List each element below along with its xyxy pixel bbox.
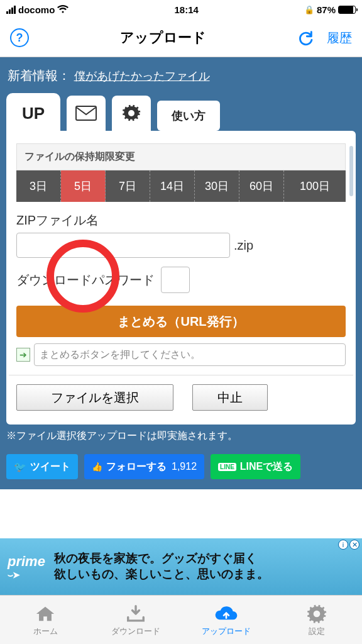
carrier-label: docomo (18, 4, 55, 15)
download-icon (125, 603, 146, 625)
tab-up[interactable]: UP (6, 93, 60, 133)
gear-icon (122, 104, 141, 123)
cancel-button[interactable]: 中止 (192, 384, 268, 411)
line-icon: LINE (218, 463, 236, 471)
tab-settings-label: 設定 (309, 626, 325, 637)
line-label: LINEで送る (240, 460, 293, 474)
retention-label: ファイルの保持期限変更 (16, 143, 346, 170)
tab-download-label: ダウンロード (111, 626, 160, 637)
tab-guide[interactable]: 使い方 (157, 101, 220, 131)
bottom-tab-bar: ホーム ダウンロード アップロード 設定 (0, 595, 362, 644)
refresh-button[interactable] (297, 29, 314, 47)
password-label: ダウンロードパスワード (16, 272, 155, 289)
generated-url-input[interactable] (34, 343, 346, 366)
retention-option-5d[interactable]: 5日 (61, 170, 106, 202)
thumbs-up-icon: 👍 (92, 462, 102, 472)
arrow-right-icon: ➔ (16, 348, 30, 362)
ad-banner[interactable]: i ✕ prime ⌣➤ 秋の夜長を家族で。グッズがすぐ届く 欲しいもの、楽しい… (0, 538, 362, 595)
news-label: 新着情報： (8, 69, 70, 82)
retention-option-14d[interactable]: 14日 (150, 170, 195, 202)
retention-option-3d[interactable]: 3日 (16, 170, 61, 202)
mail-icon (75, 106, 97, 121)
news-link[interactable]: 僕があげたかったファイル (74, 70, 210, 82)
retention-option-100d[interactable]: 100日 (284, 170, 346, 202)
tab-settings[interactable] (112, 96, 151, 131)
tab-download[interactable]: ダウンロード (90, 596, 181, 644)
tab-upload-label: アップロード (202, 626, 251, 637)
upload-panel: 新着情報： 僕があげたかったファイル UP 使い方 ファイルの保持期限変更 3日… (0, 57, 362, 489)
signal-icon (6, 6, 16, 14)
page-title: アップロード (120, 28, 206, 47)
follow-label: フォローする (106, 460, 167, 474)
line-share-button[interactable]: LINE LINEで送る (211, 454, 300, 479)
help-button[interactable]: ? (10, 28, 29, 47)
cloud-upload-icon (214, 603, 239, 625)
separator (9, 375, 353, 375)
retention-option-30d[interactable]: 30日 (195, 170, 239, 202)
svg-rect-0 (76, 106, 96, 120)
tab-home[interactable]: ホーム (0, 596, 90, 644)
ad-logo: prime ⌣➤ (8, 553, 45, 580)
facebook-follow-button[interactable]: 👍 フォローする 1,912 (84, 454, 204, 479)
nav-bar: ? アップロード 履歴 (0, 19, 362, 57)
wifi-icon (57, 5, 69, 14)
zip-name-label: ZIPファイル名 (16, 212, 346, 229)
retention-option-60d[interactable]: 60日 (239, 170, 284, 202)
battery-percent: 87% (317, 4, 336, 15)
twitter-icon: 🐦 (14, 461, 26, 473)
ad-controls: i ✕ (338, 540, 359, 550)
zip-name-input[interactable] (16, 233, 230, 258)
follow-count: 1,912 (172, 461, 197, 472)
zip-extension-label: .zip (234, 238, 253, 253)
scrollbar[interactable] (349, 146, 353, 196)
tab-settings-bottom[interactable]: 設定 (272, 596, 362, 644)
home-icon (35, 603, 56, 625)
orientation-lock-icon: 🔒 (304, 5, 314, 14)
tab-upload[interactable]: アップロード (181, 596, 272, 644)
upload-note: ※ファイル選択後アップロードは即実施されます。 (6, 430, 356, 443)
tab-mail[interactable] (67, 96, 106, 131)
status-bar: docomo 18:14 🔒 87% (0, 0, 362, 19)
upload-form: ファイルの保持期限変更 3日 5日 7日 14日 30日 60日 100日 ZI… (6, 131, 356, 425)
generate-url-button[interactable]: まとめる（URL発行） (16, 306, 346, 337)
history-button[interactable]: 履歴 (327, 30, 352, 47)
retention-selector: 3日 5日 7日 14日 30日 60日 100日 (16, 170, 346, 202)
battery-icon (338, 6, 356, 14)
ad-close-icon[interactable]: ✕ (349, 540, 359, 550)
clock: 18:14 (174, 4, 198, 15)
ad-info-icon[interactable]: i (338, 540, 348, 550)
password-input[interactable] (161, 267, 190, 293)
tab-home-label: ホーム (33, 626, 58, 637)
gear-icon (307, 603, 327, 625)
tweet-button[interactable]: 🐦 ツイート (6, 454, 78, 479)
retention-option-7d[interactable]: 7日 (106, 170, 150, 202)
tweet-label: ツイート (30, 460, 70, 474)
choose-file-button[interactable]: ファイルを選択 (16, 384, 173, 411)
ad-text: 秋の夜長を家族で。グッズがすぐ届く 欲しいもの、楽しいこと、思いのまま。 (54, 551, 269, 582)
